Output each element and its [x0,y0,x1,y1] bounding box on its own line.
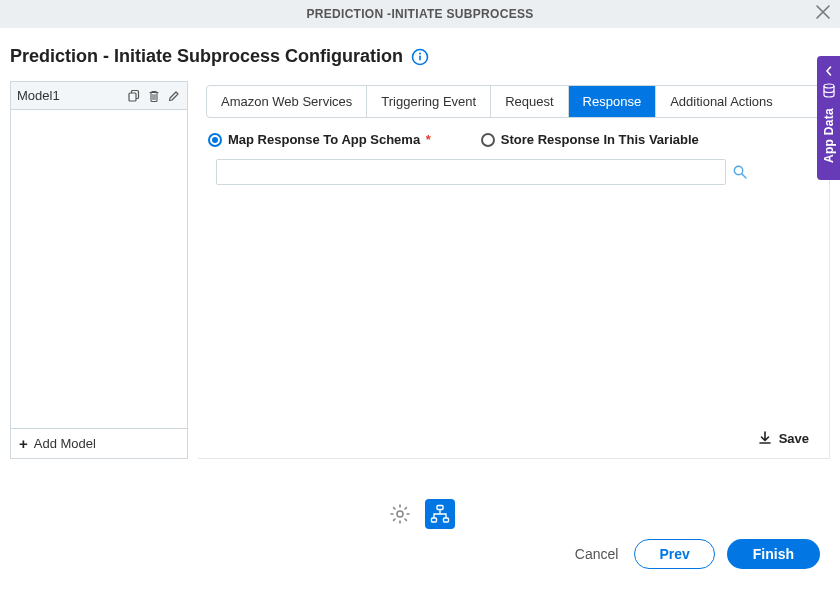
edit-icon[interactable] [167,89,181,103]
plus-icon: + [19,435,28,452]
tab-triggering-event[interactable]: Triggering Event [367,86,491,117]
flow-icon[interactable] [425,499,455,529]
gear-icon[interactable] [385,499,415,529]
svg-rect-10 [444,518,449,522]
trash-icon[interactable] [147,89,161,103]
tab-response[interactable]: Response [569,86,657,117]
save-button[interactable]: Save [198,430,829,458]
svg-rect-5 [129,93,136,101]
add-model-button[interactable]: + Add Model [11,428,187,458]
tab-bar: Amazon Web Services Triggering Event Req… [206,85,821,118]
database-icon [822,83,836,102]
tab-aws[interactable]: Amazon Web Services [207,86,367,117]
tab-request[interactable]: Request [491,86,568,117]
search-icon[interactable] [732,164,748,180]
radio-unchecked-icon [481,133,495,147]
save-label: Save [779,431,809,446]
model-item[interactable]: Model1 [11,82,187,110]
finish-button[interactable]: Finish [727,539,820,569]
svg-rect-9 [432,518,437,522]
radio-checked-icon [208,133,222,147]
schema-input-row [198,155,829,185]
chevron-left-icon [824,64,834,79]
svg-rect-2 [419,55,421,60]
main-area: Model1 + Add Model Amazon Web Services T [0,81,840,459]
svg-point-6 [734,166,742,174]
footer-buttons: Cancel Prev Finish [0,539,840,583]
close-icon[interactable] [816,4,830,22]
radio-map-schema-label: Map Response To App Schema * [228,132,431,147]
svg-rect-8 [437,506,443,510]
dialog-title: PREDICTION -INITIATE SUBPROCESS [0,7,840,21]
footer-toolbar [0,459,840,539]
tab-additional-actions[interactable]: Additional Actions [656,86,787,117]
dialog-header: PREDICTION -INITIATE SUBPROCESS [0,0,840,28]
model-name: Model1 [17,88,127,103]
cancel-button[interactable]: Cancel [571,540,623,568]
app-data-side-tab[interactable]: App Data [817,56,840,180]
radio-store-variable[interactable]: Store Response In This Variable [481,132,699,147]
prev-button[interactable]: Prev [634,539,714,569]
page-title-row: Prediction - Initiate Subprocess Configu… [0,28,840,81]
page-title: Prediction - Initiate Subprocess Configu… [10,46,403,67]
content-spacer [198,185,829,430]
copy-icon[interactable] [127,89,141,103]
add-model-label: Add Model [34,436,96,451]
content-panel: Amazon Web Services Triggering Event Req… [198,81,830,459]
svg-point-3 [824,84,834,88]
radio-store-variable-label: Store Response In This Variable [501,132,699,147]
model-list-empty [11,110,187,428]
response-radio-row: Map Response To App Schema * Store Respo… [198,118,829,155]
side-tab-label: App Data [822,108,836,163]
model-list: Model1 + Add Model [10,81,188,459]
schema-input[interactable] [216,159,726,185]
radio-map-schema[interactable]: Map Response To App Schema * [208,132,431,147]
svg-point-1 [419,52,421,54]
info-icon[interactable] [411,48,429,66]
svg-point-7 [397,511,403,517]
model-actions [127,89,181,103]
